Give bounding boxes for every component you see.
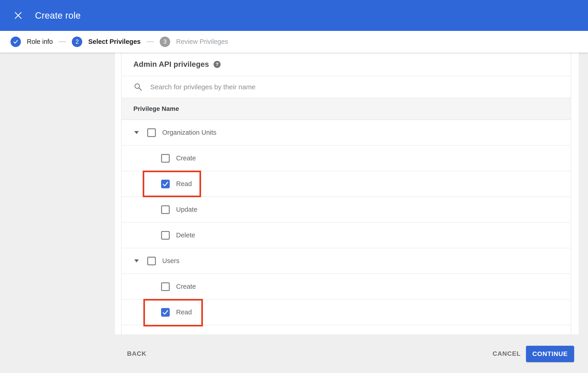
privilege-label: Users [162, 257, 179, 265]
table-row-partial [122, 325, 571, 334]
table-row-ou-delete: Delete [122, 223, 571, 248]
step-review-privileges: 3 Review Privileges [160, 37, 228, 47]
step-3-circle: 3 [160, 37, 170, 47]
help-icon[interactable]: ? [214, 61, 220, 68]
search-row [122, 76, 571, 98]
step-3-label: Review Privileges [176, 38, 228, 45]
search-icon [134, 83, 142, 91]
checkbox-organization-units[interactable] [147, 128, 156, 137]
checkbox-ou-create[interactable] [161, 154, 170, 163]
step-1-label: Role info [27, 38, 53, 45]
step-select-privileges[interactable]: 2 Select Privileges [72, 37, 141, 47]
table-row-organization-units: Organization Units [122, 120, 571, 145]
wizard-stepper: Role info 2 Select Privileges 3 Review P… [0, 31, 588, 53]
section-title: Admin API privileges [133, 60, 209, 69]
checkbox-users[interactable] [147, 257, 156, 265]
table-row-ou-update: Update [122, 197, 571, 223]
step-2-label: Select Privileges [88, 38, 141, 45]
close-button[interactable] [13, 10, 23, 21]
table-row-users: Users [122, 248, 571, 274]
checkbox-ou-delete[interactable] [161, 231, 170, 240]
annotation-highlight-users-read [143, 299, 203, 326]
table-row-ou-create: Create [122, 145, 571, 171]
step-2-circle: 2 [72, 37, 82, 47]
column-header-privilege-name: Privilege Name [133, 105, 179, 113]
privilege-label: Organization Units [162, 129, 217, 136]
checkbox-users-create[interactable] [161, 282, 170, 291]
search-input[interactable] [150, 83, 423, 91]
privilege-label: Delete [176, 231, 195, 239]
back-button[interactable]: BACK [127, 334, 147, 373]
step-connector [147, 41, 154, 42]
dialog-title: Create role [35, 10, 81, 21]
step-connector [59, 41, 66, 42]
step-role-info[interactable]: Role info [10, 37, 53, 47]
annotation-highlight-ou-read [143, 171, 201, 197]
close-icon [14, 11, 22, 20]
check-icon [13, 39, 19, 45]
collapse-triangle-icon[interactable] [134, 131, 139, 134]
table-row-users-create: Create [122, 274, 571, 300]
cancel-button[interactable]: CANCEL [493, 334, 521, 373]
checkbox-ou-update[interactable] [161, 205, 170, 214]
app-bar: Create role [0, 0, 588, 31]
table-header-row: Privilege Name [122, 98, 571, 120]
privilege-label: Update [176, 206, 198, 213]
privilege-label: Create [176, 155, 196, 162]
collapse-triangle-icon[interactable] [134, 259, 139, 262]
step-1-completed-circle [10, 37, 21, 47]
section-title-row: Admin API privileges ? [122, 53, 571, 76]
continue-button[interactable]: CONTINUE [526, 346, 574, 362]
privilege-label: Create [176, 283, 196, 290]
footer-bar: BACK CANCEL CONTINUE [0, 334, 588, 373]
